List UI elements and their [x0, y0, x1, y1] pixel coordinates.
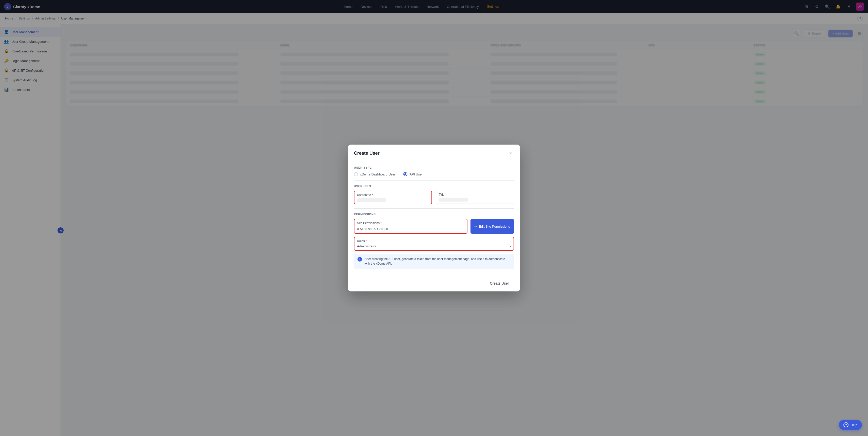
radio-api-user[interactable]: API User — [403, 172, 423, 176]
radio-label-api: API User — [409, 172, 423, 176]
site-permissions-row: Site Permissions * 0 Sites and 0 Groups … — [354, 219, 514, 234]
radio-xdome-dashboard-user[interactable]: xDome Dashboard User — [354, 172, 395, 176]
username-input-blur — [357, 198, 386, 202]
info-text: After creating the API user, generate a … — [365, 257, 510, 266]
modal-overlay[interactable]: Create User × USER TYPE xDome Dashboard … — [0, 0, 868, 436]
permissions-section-label: PERMISSIONS — [354, 213, 514, 216]
chevron-down-icon: ▾ — [509, 244, 511, 248]
create-user-modal: Create User × USER TYPE xDome Dashboard … — [348, 144, 520, 292]
help-label: Help — [850, 423, 857, 427]
user-info-section-label: USER INFO — [354, 185, 514, 188]
roles-wrapper[interactable]: Roles * Administrator ▾ — [354, 237, 514, 251]
username-field: Username * — [354, 191, 432, 204]
roles-label: Roles * — [357, 239, 511, 243]
section-divider-1 — [354, 180, 514, 180]
modal-close-button[interactable]: × — [507, 149, 514, 157]
user-type-section-label: USER TYPE — [354, 166, 514, 169]
title-label: Title — [439, 193, 511, 197]
roles-select[interactable]: Administrator ▾ — [357, 244, 511, 248]
section-divider-2 — [354, 208, 514, 209]
create-user-button[interactable]: Create User — [485, 279, 514, 288]
site-permissions-value: 0 Sites and 0 Groups — [354, 226, 467, 233]
user-info-form-row: Username * Title — [354, 191, 514, 204]
username-label: Username * — [357, 193, 429, 197]
edit-site-permissions-button[interactable]: ✏ Edit Site Permissions — [470, 219, 514, 234]
info-box: i After creating the API user, generate … — [354, 254, 514, 269]
modal-title: Create User — [354, 150, 379, 156]
radio-circle-api — [403, 172, 407, 176]
radio-circle-dashboard — [354, 172, 358, 176]
radio-inner-api — [404, 173, 406, 175]
help-floating-button[interactable]: ? Help — [839, 420, 862, 430]
help-circle-icon: ? — [843, 422, 848, 427]
modal-footer: Create User — [348, 275, 520, 292]
title-field-wrapper: Title — [436, 191, 514, 204]
site-permissions-label: Site Permissions * — [354, 219, 467, 226]
edit-pencil-icon: ✏ — [474, 225, 477, 228]
site-permissions-wrapper: Site Permissions * 0 Sites and 0 Groups — [354, 219, 467, 234]
title-input-blur — [439, 198, 468, 202]
modal-body: USER TYPE xDome Dashboard User API User … — [348, 161, 520, 275]
title-field: Title — [436, 191, 514, 204]
radio-label-dashboard: xDome Dashboard User — [360, 172, 395, 176]
info-icon: i — [358, 257, 362, 262]
roles-value: Administrator — [357, 244, 376, 248]
user-type-radio-group: xDome Dashboard User API User — [354, 172, 514, 176]
modal-header: Create User × — [348, 144, 520, 161]
username-field-wrapper: Username * — [354, 191, 432, 204]
